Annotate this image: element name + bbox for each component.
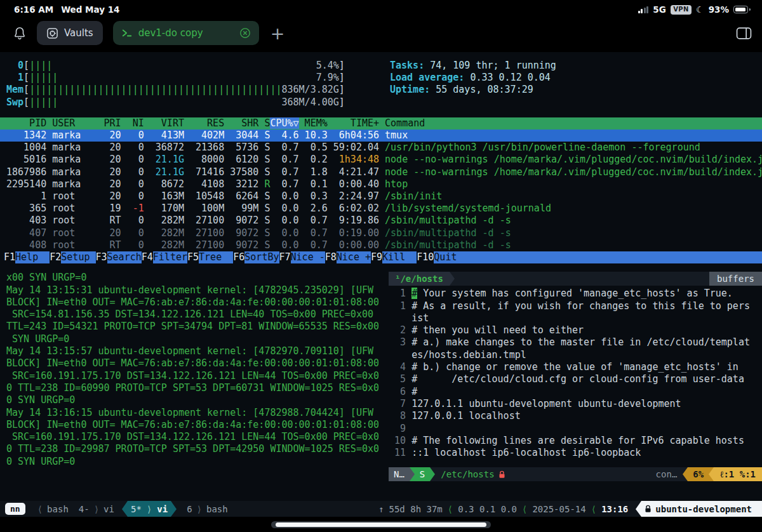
- process-row[interactable]: 365 root 19 -1 170M 100M 99M S 0.0 2.6 6…: [0, 203, 762, 215]
- tmux-window-vi[interactable]: vi: [104, 504, 114, 514]
- powerline-separator: [683, 467, 688, 481]
- log-line: 0 SYN URGP=0: [6, 394, 378, 406]
- tmux-window-bash[interactable]: bash: [47, 504, 69, 514]
- chevron-right-icon: ⟩: [197, 504, 202, 514]
- htop-function-bar: F1Help F2Setup F3SearchF4FilterF5Tree F6…: [0, 251, 762, 263]
- log-line: x00 SYN URGP=0: [6, 272, 378, 284]
- fkey-key: F4: [142, 251, 153, 263]
- column-header-pid[interactable]: PID: [6, 117, 46, 129]
- column-header-pri[interactable]: PRI: [104, 117, 121, 129]
- vim-buffer-tab[interactable]: ¹/e/hosts: [389, 272, 450, 286]
- vim-line: 7 127.0.1.1 ubuntu-development ubuntu-de…: [389, 398, 762, 410]
- sidebar-toggle-button[interactable]: [736, 27, 752, 40]
- tmux-window-bash2[interactable]: bash: [206, 504, 228, 514]
- fkey-setup[interactable]: Setup: [61, 251, 95, 263]
- fkey-help[interactable]: Help: [15, 251, 50, 263]
- process-row[interactable]: 2295140 marka 20 0 8672 4108 3212 R 0.7 …: [0, 178, 762, 190]
- vpn-badge: VPN: [671, 5, 692, 15]
- tmux-window-current[interactable]: 5* ⟩ vi: [128, 501, 171, 517]
- process-row[interactable]: 408 root RT 0 282M 27100 9072 S 0.0 0.7 …: [0, 239, 762, 251]
- fkey-sortby[interactable]: SortBy: [244, 251, 279, 263]
- fkey-tree[interactable]: Tree: [199, 251, 233, 263]
- vim-statusline: N… S /etc/hosts con… 6% ℓ:1 %:1: [389, 467, 762, 481]
- home-indicator[interactable]: [271, 521, 491, 528]
- bell-icon: [13, 25, 27, 41]
- fkey-key: F6: [233, 251, 244, 263]
- log-line: SYN URGP=0: [6, 333, 378, 345]
- terminal-view[interactable]: 0[|||| 5.4%] 1[||||| 7.9%]Mem[||||||||||…: [0, 52, 762, 517]
- ios-status-bar: 6:16 AM Wed May 14 5G VPN ☾ 93%: [0, 0, 762, 17]
- process-row[interactable]: 403 root RT 0 282M 27100 9072 S 0.0 0.7 …: [0, 215, 762, 227]
- terminal-tab[interactable]: dev1-do copy: [113, 21, 259, 45]
- process-row[interactable]: 407 root 20 0 282M 27100 9072 S 0.0 0.7 …: [0, 227, 762, 239]
- htop-meters: 0[|||| 5.4%] 1[||||| 7.9%]Mem[||||||||||…: [6, 60, 373, 109]
- fkey-nice-[interactable]: Nice +: [337, 251, 371, 263]
- fkey-key: F10: [417, 251, 434, 263]
- vim-scroll-percent: 6%: [688, 467, 709, 481]
- process-row[interactable]: 1867986 marka 20 0 21.1G 71416 37580 S 0…: [0, 166, 762, 178]
- new-tab-button[interactable]: +: [271, 25, 285, 42]
- vim-line: 5 # /etc/cloud/cloud.cfg or cloud-config…: [389, 373, 762, 385]
- powerline-separator: [450, 272, 455, 286]
- column-header-cpu[interactable]: CPU%▽: [270, 117, 298, 129]
- column-header-ni[interactable]: NI: [121, 117, 144, 129]
- ipad-screen: 6:16 AM Wed May 14 5G VPN ☾ 93% Vaults d…: [0, 0, 762, 532]
- vim-line: 4 # b.) change or remove the value of 'm…: [389, 361, 762, 373]
- column-header-res[interactable]: RES: [184, 117, 224, 129]
- fkey-key: F9: [371, 251, 382, 263]
- column-header-virt[interactable]: VIRT: [144, 117, 184, 129]
- process-row[interactable]: 1004 marka 20 0 36872 21368 5736 S 0.7 0…: [0, 142, 762, 154]
- syslog-pane[interactable]: x00 SYN URGP=0May 14 13:15:31 ubuntu-dev…: [6, 272, 378, 481]
- tmux-status-bar: nn ⟨ bash 4- ⟩ vi 5* ⟩ vi 6 ⟩ bash ↑ 55d…: [0, 501, 762, 517]
- fkey-filter[interactable]: Filter: [153, 251, 187, 263]
- fkey-kill[interactable]: Kill: [382, 251, 417, 263]
- tmux-clock: 13:16: [601, 504, 628, 514]
- vim-line: 11 ::1 localhost ip6-localhost ip6-loopb…: [389, 447, 762, 459]
- powerline-separator: [636, 501, 641, 517]
- vim-pane[interactable]: ¹/e/hosts buffers 1 # Your system has co…: [389, 272, 762, 481]
- vim-buffer[interactable]: 1 # Your system has configured 'manage_e…: [389, 286, 762, 467]
- home-indicator-area: [0, 517, 762, 532]
- log-line: 0 SYN URGP=0: [6, 456, 378, 468]
- vim-mode-indicator: N…: [389, 467, 410, 481]
- log-line: SRC=160.191.175.170 DST=134.122.126.121 …: [6, 370, 378, 382]
- vim-line: es/hosts.debian.tmpl: [389, 349, 762, 361]
- vault-icon: [46, 27, 58, 39]
- powerline-separator: [430, 467, 435, 481]
- column-header-time[interactable]: TIME+: [328, 117, 379, 129]
- log-line: May 14 13:16:15 ubuntu-development kerne…: [6, 407, 378, 419]
- column-header-mem[interactable]: MEM%: [299, 117, 328, 129]
- column-header-shr[interactable]: SHR: [224, 117, 258, 129]
- close-tab-icon[interactable]: [239, 27, 251, 39]
- vim-line: 2 # then you will need to either: [389, 324, 762, 336]
- column-header-user[interactable]: USER: [46, 117, 104, 129]
- notifications-bell-button[interactable]: [13, 25, 27, 41]
- vim-cursor: #: [411, 288, 417, 299]
- tmux-window-index[interactable]: 6: [187, 504, 192, 514]
- signal-strength-icon: [638, 6, 649, 13]
- terminal-tab-icon: [121, 27, 133, 39]
- vim-line: 1 # Your system has configured 'manage_e…: [389, 288, 762, 300]
- htop-process-table: 1342 marka 20 0 413M 402M 3044 S 4.6 10.…: [0, 130, 762, 251]
- log-line: BLOCK] IN=eth0 OUT= MAC=76:ab:e7:86:da:4…: [6, 296, 378, 309]
- fkey-nice-[interactable]: Nice -: [291, 251, 325, 263]
- vaults-button[interactable]: Vaults: [37, 21, 103, 45]
- clock: 6:16 AM: [14, 4, 53, 15]
- tmux-window-index[interactable]: 4-: [79, 504, 90, 514]
- tasks-value: 74, 109 thr; 1 running: [430, 60, 556, 71]
- column-header-s[interactable]: S: [258, 117, 270, 129]
- fkey-quit[interactable]: Quit: [434, 251, 468, 263]
- column-header-cmd[interactable]: Command: [379, 117, 425, 129]
- network-type: 5G: [653, 4, 665, 15]
- process-row[interactable]: 5016 marka 20 0 21.1G 8000 6120 S 0.7 0.…: [0, 154, 762, 166]
- battery-icon: [733, 6, 751, 13]
- log-line: May 14 13:15:57 ubuntu-development kerne…: [6, 345, 378, 357]
- tmux-window-index: 5*: [131, 504, 142, 514]
- fkey-key: F2: [50, 251, 61, 263]
- process-row[interactable]: 1342 marka 20 0 413M 402M 3044 S 4.6 10.…: [0, 130, 762, 142]
- process-row[interactable]: 1 root 20 0 163M 10548 6264 S 0.0 0.3 2:…: [0, 190, 762, 203]
- tmux-session-badge[interactable]: nn: [5, 503, 25, 515]
- chevron-right-icon: ⟩: [147, 504, 152, 514]
- fkey-search[interactable]: Search: [107, 251, 142, 263]
- chevron-left-icon: ⟨: [591, 504, 596, 514]
